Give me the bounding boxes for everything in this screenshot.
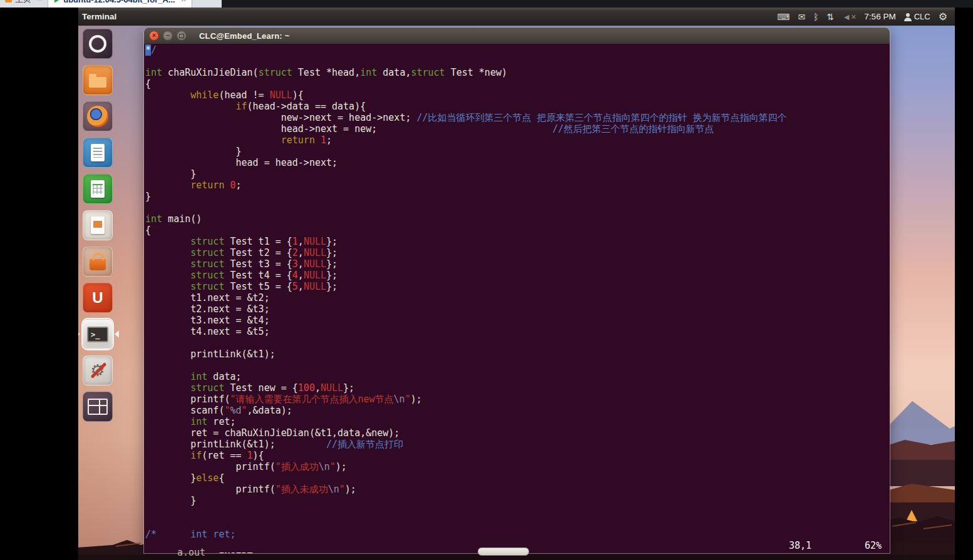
code-line: } [145, 146, 890, 157]
code-line: t3.next = &t4; [145, 315, 890, 326]
home-tab-icon [5, 0, 12, 3]
terminal-titlebar[interactable]: × − CLC@Embed_Learn: ~ [144, 28, 890, 44]
code-line: if(head->data == data){ [145, 101, 890, 112]
launcher-item-terminal[interactable]: >_ [83, 319, 113, 349]
clock[interactable]: 7:56 PM [864, 12, 895, 21]
libreoffice-impress-icon [91, 216, 105, 234]
libreoffice-calc-icon [91, 180, 105, 198]
app-menu-label[interactable]: Terminal [78, 12, 116, 21]
code-line [145, 517, 890, 529]
vm-tab-icon [53, 0, 60, 3]
code-line: if(ret == 1){ [145, 450, 890, 461]
code-line: struct Test new = {100,NULL}; [145, 382, 890, 394]
scroll-percent: 62% [865, 540, 882, 551]
code-line: ret = chaRuXinJieDian(&t1,data,&new); [145, 427, 890, 439]
code-line: printf("插入未成功\n"); [145, 484, 890, 495]
maximize-button[interactable] [177, 31, 187, 41]
code-line [145, 337, 890, 349]
code-line: int ret; [145, 416, 890, 427]
code-line: printf("请输入需要在第几个节点插入new节点\n"); [145, 394, 890, 405]
code-line [145, 506, 890, 517]
vm-tabs: 主页 ✕ ubuntu-12.04.5-64bit_for_A... ✕ [0, 0, 222, 8]
software-center-icon [90, 259, 106, 270]
top-panel: Terminal ⌨✉ᛒ⇅◄× 7:56 PM CLC ⚙ [78, 8, 955, 26]
bluetooth-icon[interactable]: ᛒ [813, 13, 818, 21]
code-line: t4.next = &t5; [145, 326, 890, 337]
user-name-label: CLC [914, 12, 930, 21]
code-line: struct Test t2 = {2,NULL}; [145, 247, 890, 258]
launcher-item-libreoffice-calc[interactable] [83, 174, 113, 204]
code-line: scanf("%d",&data); [145, 405, 890, 416]
user-menu[interactable]: CLC [904, 12, 930, 21]
code-line: int main() [145, 213, 890, 225]
code-line: head->next = new; //然后把第三个节点的指针指向新节点 [145, 123, 890, 135]
terminal-icon: >_ [87, 327, 108, 342]
launcher-item-libreoffice-writer[interactable] [83, 138, 113, 168]
screen: 主页 ✕ ubuntu-12.04.5-64bit_for_A... ✕ [0, 0, 973, 560]
code-line: printf("插入成功\n"); [145, 461, 890, 472]
code-line: { [145, 225, 890, 236]
dash-home-icon [89, 35, 106, 53]
background-aout-text: a.out [177, 547, 205, 558]
code-line: int data; [145, 371, 890, 382]
code-line: struct Test t3 = {3,NULL}; [145, 258, 890, 270]
vm-home-tab[interactable]: 主页 ✕ [0, 0, 48, 8]
user-icon [904, 13, 912, 21]
launcher-item-firefox[interactable] [83, 101, 113, 131]
code-line: return 0; [145, 180, 890, 191]
code-line: while(head != NULL){ [145, 89, 890, 101]
close-button[interactable]: × [149, 31, 159, 41]
minimize-button[interactable]: − [163, 31, 173, 41]
code-line: t1.next = &t2; [145, 292, 890, 303]
launcher-item-libreoffice-impress[interactable] [83, 210, 113, 240]
code-line: return 1; [145, 135, 890, 146]
code-line: /* int ret; [145, 529, 890, 540]
code-line: t2.next = &t3; [145, 303, 890, 315]
firefox-icon [87, 106, 108, 127]
launcher-item-dash-home[interactable] [83, 29, 113, 59]
ubuntu-one-icon: U [92, 289, 103, 307]
code-line: } [145, 191, 890, 202]
code-line [145, 56, 890, 67]
terminal-window[interactable]: × − CLC@Embed_Learn: ~ */ int chaRuXinJi… [144, 28, 890, 553]
launcher-item-software-center[interactable] [83, 247, 113, 277]
code-line: struct Test t4 = {4,NULL}; [145, 270, 890, 281]
home-tab-close-icon[interactable]: ✕ [37, 0, 43, 3]
code-line: struct Test t5 = {5,NULL}; [145, 281, 890, 292]
code-line: { [145, 78, 890, 89]
code-line: printLink(&t1); //插入新节点打印 [145, 439, 890, 450]
volume-muted-icon[interactable]: ◄× [842, 13, 856, 21]
code-line: struct Test t1 = {1,NULL}; [145, 236, 890, 247]
terminal-body[interactable]: */ int chaRuXinJieDian(struct Test *head… [144, 44, 890, 553]
launcher-item-ubuntu-one[interactable]: U [83, 283, 113, 313]
code-line: printLink(&t1); [145, 349, 890, 360]
terminal-title: CLC@Embed_Learn: ~ [199, 31, 290, 41]
system-tray: ⌨✉ᛒ⇅◄× 7:56 PM CLC ⚙ [777, 12, 955, 22]
code-line: head = head->next; [145, 157, 890, 168]
code-line [145, 360, 890, 371]
code-line: } [145, 168, 890, 180]
vm-tab-close-icon[interactable]: ✕ [181, 0, 187, 4]
code-line: */ [145, 44, 890, 56]
mail-icon[interactable]: ✉ [798, 13, 805, 21]
workspace-switcher-icon [88, 399, 108, 415]
files-icon [89, 77, 106, 88]
session-gear-icon[interactable]: ⚙ [939, 12, 947, 22]
vm-machine-tab[interactable]: ubuntu-12.04.5-64bit_for_A... ✕ [48, 0, 192, 8]
vim-mode-indicator: -- INSERT -- [202, 551, 269, 553]
network-icon[interactable]: ⇅ [827, 13, 835, 21]
scrollbar-thumb[interactable] [478, 547, 529, 556]
code-line [145, 202, 890, 213]
launcher-item-files[interactable] [83, 65, 113, 95]
code-line: int chaRuXinJieDian(struct Test *head,in… [145, 67, 890, 78]
unity-launcher: U>_⚙ [78, 26, 117, 560]
cursor-position: 38,1 [789, 540, 811, 551]
keyboard-icon[interactable]: ⌨ [777, 13, 790, 21]
code-line: }else{ [145, 472, 890, 484]
code-area: */ int chaRuXinJieDian(struct Test *head… [145, 44, 890, 540]
vm-tab-bar: 主页 ✕ ubuntu-12.04.5-64bit_for_A... ✕ [0, 0, 973, 8]
launcher-item-system-settings[interactable]: ⚙ [83, 355, 113, 385]
launcher-item-workspace-switcher[interactable] [83, 392, 113, 422]
code-line: new->next = head->next; //比如当循环到第三个节点 把原… [145, 112, 890, 123]
libreoffice-writer-icon [91, 144, 105, 161]
